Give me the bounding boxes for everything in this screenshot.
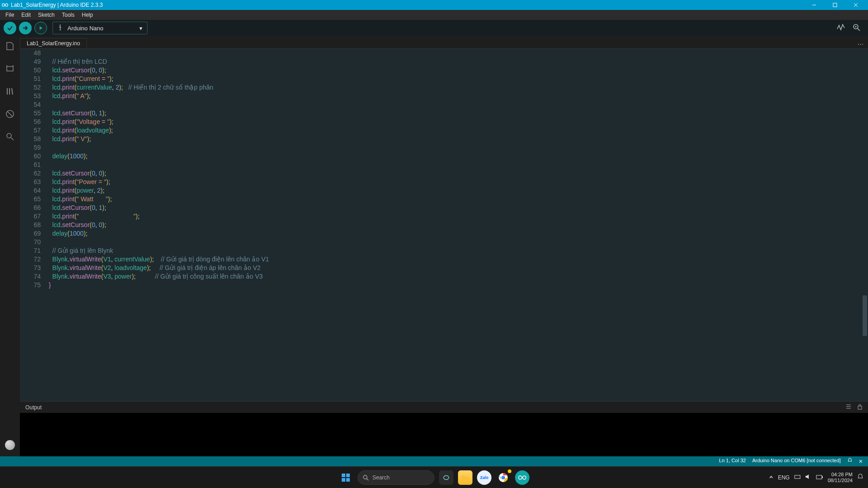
svg-rect-32 <box>795 475 800 479</box>
tray-overflow-icon[interactable] <box>769 474 773 481</box>
window-titlebar: Lab1_SolarEnergy | Arduino IDE 2.3.3 <box>0 0 868 10</box>
scrollbar-thumb[interactable] <box>863 295 867 336</box>
menu-edit[interactable]: Edit <box>18 10 34 20</box>
taskbar-app-chrome[interactable] <box>496 470 510 485</box>
svg-rect-24 <box>342 474 345 477</box>
svg-line-29 <box>367 479 368 480</box>
notification-bell-icon[interactable] <box>847 458 853 465</box>
search-icon <box>362 474 369 481</box>
debug-panel-icon[interactable] <box>5 109 15 119</box>
svg-rect-1 <box>833 3 837 7</box>
svg-rect-26 <box>342 478 345 482</box>
activity-bar <box>0 36 20 456</box>
svg-point-9 <box>855 26 857 28</box>
taskbar-app-zalo[interactable]: Zalo <box>477 470 491 485</box>
editor-scrollbar[interactable] <box>863 49 867 401</box>
arduino-logo-icon <box>2 2 8 8</box>
code-content[interactable]: // Hiển thị trên LCD lcd.setCursor(0, 0)… <box>45 49 868 401</box>
windows-start-button[interactable] <box>339 470 353 485</box>
taskbar-app-arduino[interactable] <box>515 470 529 485</box>
windows-taskbar: Search Zalo ENG 04:28 PM <box>0 466 868 488</box>
svg-line-8 <box>858 28 860 31</box>
menu-sketch[interactable]: Sketch <box>34 10 58 20</box>
boards-manager-icon[interactable] <box>5 63 15 74</box>
tab-overflow-button[interactable]: ··· <box>853 40 868 48</box>
usb-icon <box>57 24 63 32</box>
window-minimize-button[interactable] <box>804 0 825 10</box>
menu-tools[interactable]: Tools <box>58 10 78 20</box>
svg-point-28 <box>363 475 367 479</box>
menu-bar: File Edit Sketch Tools Help <box>0 10 868 20</box>
svg-rect-35 <box>822 476 823 478</box>
menu-help[interactable]: Help <box>78 10 97 20</box>
tray-volume-icon[interactable] <box>805 474 811 481</box>
tray-time: 04:28 PM <box>831 472 853 478</box>
window-title: Lab1_SolarEnergy | Arduino IDE 2.3.3 <box>11 2 103 8</box>
editor-tabs: Lab1_SolarEnergy.ino ··· <box>20 36 868 49</box>
svg-rect-23 <box>858 406 862 409</box>
tray-notifications-icon[interactable] <box>857 474 863 481</box>
svg-rect-10 <box>7 66 13 71</box>
debug-button[interactable] <box>34 22 47 34</box>
code-editor[interactable]: 4849505152535455565758596061626364656667… <box>20 49 868 401</box>
toolbar: Arduino Nano ▾ <box>0 20 868 36</box>
status-close-icon[interactable]: × <box>859 458 863 465</box>
output-panel-header: Output <box>20 401 868 413</box>
svg-point-6 <box>60 24 61 25</box>
library-manager-icon[interactable] <box>5 86 15 97</box>
serial-monitor-button[interactable] <box>852 23 861 33</box>
chevron-down-icon: ▾ <box>139 25 143 32</box>
window-maximize-button[interactable] <box>825 0 845 10</box>
tray-language[interactable]: ENG <box>778 474 790 481</box>
svg-line-17 <box>7 111 13 117</box>
output-options-icon[interactable] <box>845 403 852 411</box>
tray-date: 08/11/2024 <box>828 478 853 483</box>
taskbar-search[interactable]: Search <box>358 470 434 485</box>
output-label: Output <box>25 404 42 411</box>
file-tab[interactable]: Lab1_SolarEnergy.ino <box>20 38 87 48</box>
svg-point-31 <box>501 476 505 479</box>
verify-button[interactable] <box>4 22 16 34</box>
board-selector[interactable]: Arduino Nano ▾ <box>52 22 148 34</box>
serial-plotter-button[interactable] <box>836 23 845 33</box>
sketchbook-icon[interactable] <box>5 41 15 52</box>
taskbar-app-copilot[interactable] <box>439 470 453 485</box>
cursor-position: Ln 1, Col 32 <box>719 458 746 465</box>
account-avatar[interactable] <box>5 440 15 450</box>
menu-file[interactable]: File <box>2 10 18 20</box>
svg-rect-34 <box>816 475 822 479</box>
tray-battery-icon[interactable] <box>816 474 823 481</box>
search-panel-icon[interactable] <box>5 131 15 142</box>
upload-button[interactable] <box>19 22 32 34</box>
svg-rect-27 <box>346 478 350 482</box>
svg-point-18 <box>7 133 11 138</box>
output-lock-icon[interactable] <box>857 403 863 411</box>
svg-marker-33 <box>806 474 809 479</box>
output-panel-body[interactable] <box>20 413 868 456</box>
svg-rect-25 <box>346 474 350 477</box>
status-bar: Ln 1, Col 32 Arduino Nano on COM6 [not c… <box>0 456 868 466</box>
svg-line-19 <box>11 137 14 140</box>
window-close-button[interactable] <box>845 0 866 10</box>
search-placeholder: Search <box>372 474 390 481</box>
board-name: Arduino Nano <box>67 25 104 32</box>
board-port-status[interactable]: Arduino Nano on COM6 [not connected] <box>752 458 841 465</box>
notification-dot-icon <box>508 469 511 473</box>
tray-network-icon[interactable] <box>794 474 801 481</box>
taskbar-app-explorer[interactable] <box>458 470 472 485</box>
svg-marker-5 <box>39 26 43 30</box>
line-number-gutter: 4849505152535455565758596061626364656667… <box>20 49 45 401</box>
svg-line-15 <box>12 88 13 95</box>
tray-clock[interactable]: 04:28 PM 08/11/2024 <box>828 472 853 483</box>
